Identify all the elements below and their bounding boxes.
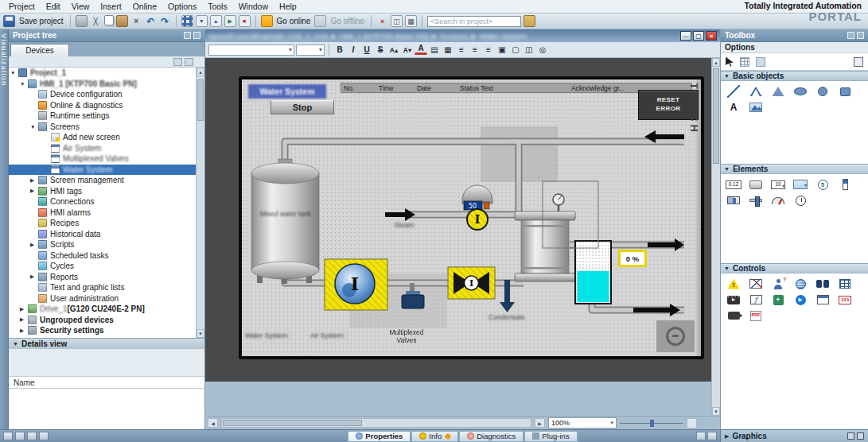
underline-button[interactable]: U — [360, 44, 373, 56]
tree-item[interactable]: Multiplexed Valves — [9, 153, 196, 165]
pdf-view-tool[interactable]: PDF — [745, 308, 767, 324]
menu-item[interactable]: Insert — [95, 2, 127, 11]
menu-item[interactable]: Window — [233, 2, 274, 11]
graphic-io-field-tool[interactable] — [789, 176, 812, 192]
download-icon[interactable]: ▼ — [196, 15, 208, 27]
undo-icon[interactable]: ↶ — [145, 15, 157, 27]
hmi-screen[interactable]: I I — [242, 79, 701, 356]
save-project-button[interactable]: Save project — [19, 17, 64, 25]
ellipse-tool[interactable] — [789, 83, 812, 99]
tab-info[interactable]: Info — [411, 431, 458, 442]
tree-item[interactable]: ▼ Screens — [9, 122, 196, 133]
save-icon[interactable] — [3, 15, 15, 27]
collapse-inspector-icon[interactable] — [707, 432, 717, 440]
cut-icon[interactable]: ╳ — [90, 15, 102, 27]
tree-item[interactable]: ▶ HMI tags — [9, 186, 196, 197]
stop-runtime-icon[interactable]: ■ — [239, 15, 251, 27]
go-offline-icon[interactable] — [314, 15, 326, 27]
polyline-tool[interactable] — [745, 83, 767, 99]
collapse-panel-icon[interactable] — [857, 432, 864, 440]
scroll-thumb[interactable] — [197, 79, 204, 121]
expander-icon[interactable]: ▶ — [30, 242, 38, 248]
line-tool[interactable] — [722, 83, 745, 99]
visualization-task-strip[interactable]: Visualization — [0, 29, 9, 429]
section-controls[interactable]: ▼ Controls — [721, 263, 868, 273]
cross-reference-icon[interactable]: × — [376, 15, 388, 27]
details-view-header[interactable]: ▼ Details view — [9, 338, 204, 349]
tree-item[interactable]: Historical data — [9, 229, 196, 240]
tree-item[interactable]: ▶ Drive_1 [G120 CU240E-2 PN] — [9, 304, 196, 315]
tree-item[interactable]: Connections — [9, 196, 196, 207]
font-color-button[interactable]: A — [415, 44, 427, 55]
media-player-tool[interactable]: ▸ — [722, 292, 745, 308]
dock-inspector-icon[interactable] — [696, 432, 706, 440]
collapse-panel-icon[interactable] — [857, 32, 864, 39]
tree-item[interactable]: ▼ HMI_1 [KTP700 Basic PN] — [9, 79, 196, 90]
trend-view-tool[interactable] — [745, 276, 767, 292]
pin-panel-icon[interactable] — [847, 32, 854, 39]
pin-panel-icon[interactable] — [847, 432, 854, 440]
bring-to-front-button[interactable]: ▣ — [496, 44, 508, 56]
go-online-icon[interactable] — [261, 15, 273, 27]
section-basic-objects[interactable]: ▼ Basic objects — [721, 71, 868, 81]
tree-item[interactable]: Air System — [9, 143, 196, 154]
tree-item[interactable]: Device configuration — [9, 89, 196, 100]
tree-item[interactable]: HMI alarms — [9, 207, 196, 219]
print-icon[interactable] — [76, 15, 88, 27]
close-editor-button[interactable]: × — [706, 31, 717, 41]
options-more-icon[interactable] — [854, 57, 863, 67]
menu-item[interactable]: Online — [127, 2, 162, 11]
font-family-select[interactable]: ▾ — [208, 45, 294, 56]
tree-item[interactable]: User administration — [9, 293, 196, 304]
sort-tree-icon[interactable] — [173, 58, 182, 66]
expander-icon[interactable]: ▶ — [20, 306, 28, 312]
tree-scrollbar[interactable]: ▲ ▼ — [196, 68, 204, 338]
scroll-right-icon[interactable]: ▶ — [535, 418, 545, 428]
tab-properties[interactable]: Properties — [348, 431, 411, 442]
scroll-thumb[interactable] — [223, 420, 362, 426]
camera-view-tool[interactable] — [722, 308, 745, 324]
tree-item[interactable]: Text and graphic lists — [9, 282, 196, 293]
section-elements[interactable]: ▼ Elements — [721, 164, 868, 174]
taskbar-icon-3[interactable] — [27, 432, 37, 440]
graphics-section-header[interactable]: ▶ Graphics — [720, 430, 868, 442]
tree-item[interactable]: Water System — [9, 165, 196, 176]
expander-icon[interactable]: ▶ — [30, 273, 38, 280]
menu-item[interactable]: Project — [3, 2, 41, 11]
project-library-icon[interactable] — [524, 15, 535, 27]
graphic-view-tool[interactable] — [745, 99, 767, 115]
tree-item[interactable]: ▼ Project_1 — [9, 68, 196, 79]
numeric-view-tool[interactable]: 123 — [834, 292, 856, 308]
user-view-tool[interactable]: ? — [767, 276, 789, 292]
go-online-button[interactable]: Go online — [277, 17, 311, 25]
io-field-tool[interactable]: 0.12 — [722, 176, 745, 192]
screen-window-tool[interactable] — [812, 292, 834, 308]
function-trend-tool[interactable]: ƒ — [745, 292, 767, 308]
system-diagnostics-tool[interactable]: + — [767, 292, 789, 308]
editor-horizontal-scrollbar[interactable] — [221, 418, 531, 428]
expander-icon[interactable]: ▼ — [30, 124, 38, 130]
fit-to-screen-icon[interactable] — [687, 418, 697, 428]
menu-item[interactable]: View — [66, 2, 95, 11]
stop-button[interactable]: Stop — [271, 100, 334, 114]
maximize-editor-button[interactable]: ▢ — [693, 31, 704, 41]
gauge-tool[interactable] — [767, 192, 789, 208]
menu-item[interactable]: Help — [274, 2, 302, 11]
expand-all-icon[interactable] — [185, 58, 193, 66]
taskbar-icon-4[interactable] — [39, 432, 49, 440]
polygon-tool[interactable] — [767, 83, 789, 99]
html-browser-tool[interactable] — [789, 276, 812, 292]
tree-item[interactable]: ▶ Security settings — [9, 325, 196, 336]
tree-item[interactable]: ▶ Screen management — [9, 175, 196, 186]
text-field-tool[interactable]: A — [722, 99, 745, 115]
copy-icon[interactable] — [104, 15, 114, 25]
zoom-select[interactable]: 100% ▾ — [548, 417, 617, 428]
scroll-up-icon[interactable]: ▲ — [197, 68, 204, 76]
tree-item[interactable]: ▶ Ungrouped devices — [9, 315, 196, 326]
align-left-button[interactable]: ≡ — [455, 44, 468, 56]
tree-item[interactable]: Cycles — [9, 261, 196, 272]
level-io-field[interactable]: 0 % — [618, 250, 647, 267]
border-color-button[interactable]: ▦ — [442, 44, 454, 56]
upload-icon[interactable]: ▲ — [210, 15, 222, 27]
start-runtime-icon[interactable]: ▶ — [224, 15, 236, 27]
